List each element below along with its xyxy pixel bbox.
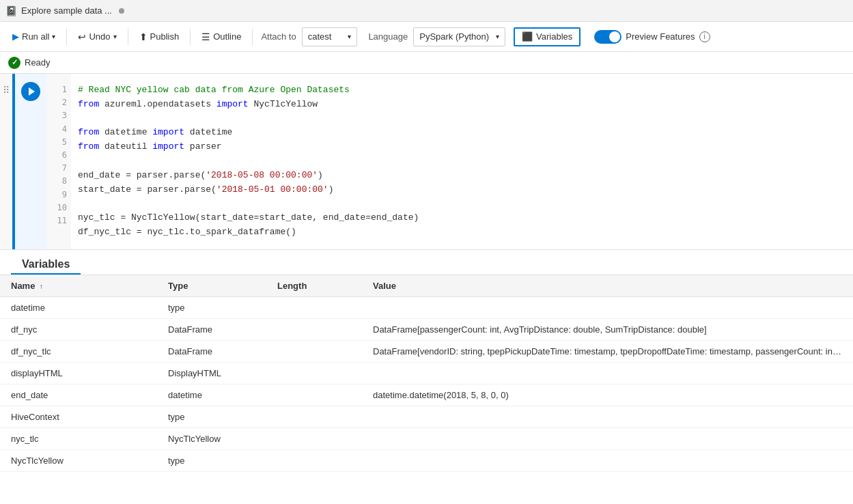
- run-all-chevron-icon: ▾: [52, 33, 55, 40]
- unsaved-dot: [119, 8, 124, 14]
- variables-section: Variables Name ↑ Type Length Value datet…: [0, 250, 853, 472]
- line-numbers: 1 2 3 4 5 6 7 8 9 10 11: [46, 74, 71, 249]
- table-row: displayHTML DisplayHTML: [0, 363, 853, 384]
- table-row: NycTlcYellow type: [0, 450, 853, 472]
- separator-2: [128, 29, 128, 45]
- notebook-icon: 📓: [5, 5, 17, 16]
- var-type: type: [168, 456, 277, 466]
- sort-asc-icon: ↑: [40, 283, 43, 290]
- table-row: df_nyc_tlc DataFrame DataFrame[vendorID:…: [0, 341, 853, 363]
- variables-table-body: datetime type df_nyc DataFrame DataFrame…: [0, 297, 853, 472]
- var-type: DataFrame: [168, 346, 277, 356]
- cell-run-button-area: [15, 74, 46, 249]
- var-name: df_nyc_tlc: [11, 346, 168, 356]
- var-type: NycTlcYellow: [168, 434, 277, 444]
- toggle-track[interactable]: [594, 30, 621, 44]
- var-value: datetime.datetime(2018, 5, 8, 0, 0): [373, 390, 842, 400]
- code-editor[interactable]: # Read NYC yellow cab data from Azure Op…: [71, 74, 853, 249]
- col-header-length[interactable]: Length: [277, 281, 373, 291]
- var-type: type: [168, 412, 277, 422]
- var-value: DataFrame[passengerCount: int, AvgTripDi…: [373, 324, 842, 335]
- info-icon[interactable]: i: [699, 31, 710, 42]
- preview-features-toggle[interactable]: Preview Features i: [594, 30, 710, 44]
- cell-run-button[interactable]: [21, 82, 40, 101]
- table-row: HiveContext type: [0, 406, 853, 428]
- status-check-icon: ✓: [8, 57, 20, 69]
- attach-to-chevron-icon: ▾: [348, 33, 351, 40]
- table-row: datetime type: [0, 297, 853, 319]
- var-type: datetime: [168, 390, 277, 400]
- run-all-button[interactable]: ▶ Run all ▾: [7, 29, 61, 44]
- variables-button[interactable]: ⬛ Variables: [514, 27, 581, 46]
- code-cell: ⠿ 1 2 3 4 5 6 7 8 9 10 11 # Read NYC yel…: [0, 74, 853, 250]
- status-text: Ready: [25, 57, 51, 68]
- var-name: HiveContext: [11, 412, 168, 422]
- var-value: DataFrame[vendorID: string, tpepPickupDa…: [373, 346, 842, 356]
- col-header-value: Value: [373, 281, 842, 291]
- var-name: end_date: [11, 390, 168, 400]
- col-header-name[interactable]: Name ↑: [11, 281, 168, 291]
- var-name: nyc_tlc: [11, 434, 168, 444]
- attach-to-label: Attach to: [258, 31, 298, 42]
- var-type: DisplayHTML: [168, 368, 277, 378]
- var-name: datetime: [11, 303, 168, 313]
- undo-button[interactable]: ↩ Undo ▾: [72, 29, 122, 45]
- table-row: df_nyc DataFrame DataFrame[passengerCoun…: [0, 319, 853, 341]
- toggle-thumb: [609, 31, 620, 42]
- status-bar: ✓ Ready: [0, 52, 853, 74]
- outline-icon: ☰: [201, 31, 210, 42]
- col-header-type[interactable]: Type: [168, 281, 277, 291]
- var-name: df_nyc: [11, 324, 168, 335]
- publish-icon: ⬆: [139, 31, 148, 42]
- variables-icon: ⬛: [522, 31, 533, 42]
- language-label: Language: [365, 31, 410, 42]
- separator-1: [66, 29, 67, 45]
- cell-drag-handle[interactable]: ⠿: [0, 74, 12, 249]
- separator-3: [190, 29, 191, 45]
- var-name: NycTlcYellow: [11, 456, 168, 466]
- var-type: DataFrame: [168, 324, 277, 335]
- table-row: nyc_tlc NycTlcYellow: [0, 428, 853, 450]
- outline-button[interactable]: ☰ Outline: [196, 29, 247, 45]
- language-dropdown[interactable]: PySpark (Python) ▾: [413, 27, 505, 46]
- publish-button[interactable]: ⬆ Publish: [134, 29, 185, 45]
- title-bar: 📓 Explore sample data ...: [0, 0, 853, 22]
- attach-to-dropdown[interactable]: catest ▾: [302, 27, 358, 46]
- separator-4: [252, 29, 253, 45]
- variables-panel-title: Variables: [11, 250, 81, 275]
- run-all-icon: ▶: [12, 31, 19, 42]
- variables-table-header: Name ↑ Type Length Value: [0, 275, 853, 297]
- language-chevron-icon: ▾: [496, 33, 499, 40]
- title-bar-text: Explore sample data ...: [21, 5, 112, 16]
- undo-icon: ↩: [78, 31, 86, 42]
- undo-chevron-icon: ▾: [113, 33, 117, 40]
- toolbar: ▶ Run all ▾ ↩ Undo ▾ ⬆ Publish ☰ Outline…: [0, 22, 853, 52]
- table-row: end_date datetime datetime.datetime(2018…: [0, 384, 853, 406]
- var-type: type: [168, 303, 277, 313]
- var-name: displayHTML: [11, 368, 168, 378]
